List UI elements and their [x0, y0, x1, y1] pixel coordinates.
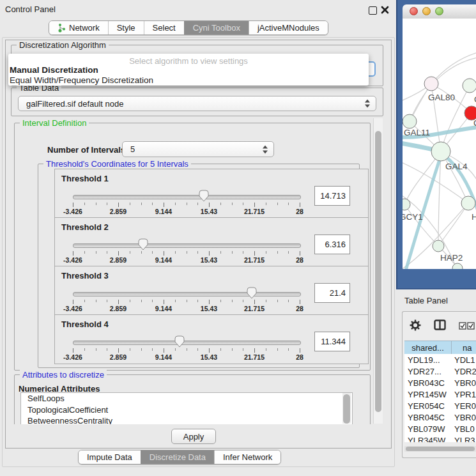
- combo-updown-icon: [365, 100, 370, 108]
- attribute-list-item[interactable]: SelfLoops: [21, 393, 352, 404]
- network-node-label: C: [473, 118, 476, 128]
- tab-style[interactable]: Style: [108, 21, 144, 35]
- network-window-titlebar[interactable]: [403, 4, 476, 19]
- num-intervals-label: Number of Intervals: [47, 145, 125, 155]
- table-settings-gear-icon[interactable]: [410, 319, 421, 331]
- discretization-algorithm-group-title: Discretization Algorithm: [17, 40, 109, 50]
- network-node[interactable]: [424, 77, 438, 91]
- threshold-4-value[interactable]: 11.344: [314, 332, 350, 351]
- column-header-name[interactable]: na: [452, 341, 476, 354]
- tab-impute-data[interactable]: Impute Data: [79, 450, 141, 464]
- table-row[interactable]: YDL19...YDL1: [404, 354, 476, 365]
- table-data-group: Table Data galFiltered.sif default node: [11, 88, 383, 116]
- tab-discretize-data[interactable]: Discretize Data: [141, 450, 214, 464]
- table-row[interactable]: YER054CYER0: [404, 400, 476, 411]
- tab-jactivemnodules[interactable]: jActiveMNodules: [249, 21, 328, 35]
- attribute-list-item[interactable]: BetweennessCentrality: [21, 415, 352, 424]
- apply-button[interactable]: Apply: [171, 429, 216, 444]
- table-row[interactable]: YBR045CYBR0: [404, 411, 476, 423]
- tab-infer-network[interactable]: Infer Network: [214, 450, 280, 464]
- attribute-list-item[interactable]: TopologicalCoefficient: [21, 404, 352, 416]
- table-row[interactable]: YBL079WYBL0: [404, 423, 476, 434]
- table-row[interactable]: YBR043CYBR0: [404, 377, 476, 388]
- network-node[interactable]: [431, 142, 450, 161]
- algorithm-hint-option[interactable]: Select algorithm to view settings: [8, 56, 369, 66]
- table-row[interactable]: YLR345WYLR3: [404, 434, 476, 442]
- settings-vertical-scrollbar[interactable]: [373, 118, 383, 424]
- table-header-row: shared... na: [404, 341, 476, 355]
- tab-network[interactable]: Network: [49, 21, 108, 35]
- table-panel: shared... na YDL19...YDL1YDR27...YDR2YBR…: [402, 311, 476, 458]
- table-horizontal-scrollbar[interactable]: [404, 446, 476, 452]
- close-icon[interactable]: [381, 6, 389, 14]
- network-node-label: HAP2: [440, 253, 463, 263]
- control-panel-window: Control Panel Network Style Select Cyni …: [0, 0, 476, 476]
- threshold-3-panel: Threshold 3 -3.4262.8599.14415.4321.7152…: [54, 266, 369, 316]
- network-node-label: GAL4: [445, 162, 468, 171]
- close-traffic-light-icon[interactable]: [410, 7, 418, 15]
- network-node-label: GAL80: [428, 93, 455, 102]
- threshold-3-value[interactable]: 21.4: [314, 283, 350, 303]
- minimize-traffic-light-icon[interactable]: [422, 7, 431, 15]
- network-node-label: GCY1: [403, 212, 423, 222]
- attributes-group-title: Attributes to discretize: [20, 370, 107, 380]
- column-header-shared-name[interactable]: shared...: [404, 341, 452, 354]
- network-edge[interactable]: [404, 204, 438, 246]
- table-row[interactable]: YPR145WYPR1: [404, 388, 476, 400]
- network-node[interactable]: [452, 263, 463, 269]
- split-columns-icon[interactable]: [434, 319, 446, 330]
- threshold-4-panel: Threshold 4 -3.4262.8599.14415.4321.7152…: [54, 314, 369, 364]
- select-columns-checkboxes-icon[interactable]: [459, 322, 475, 330]
- algorithm-option-equal-width[interactable]: Equal Width/Frequency Discretization: [10, 75, 153, 85]
- threshold-2-panel: Threshold 2 -3.4262.8599.14415.4321.7152…: [54, 217, 369, 267]
- num-intervals-spinner[interactable]: 5: [122, 141, 274, 157]
- network-node[interactable]: [463, 79, 476, 93]
- network-node[interactable]: [403, 114, 417, 128]
- network-icon: [58, 23, 66, 33]
- thresholds-group-title: Threshold's Coordinates for 5 Intervals: [43, 159, 191, 169]
- algorithm-dropdown-popup: Select algorithm to view settings Manual…: [8, 54, 369, 86]
- top-tab-bar: Network Style Select Cyni Toolbox jActiv…: [49, 20, 328, 35]
- table-panel-title: Table Panel: [396, 289, 476, 311]
- network-view[interactable]: GAL80GACGAL11GAL4GCY1HHAP2: [403, 19, 476, 269]
- threshold-1-value[interactable]: 14.713: [314, 186, 350, 206]
- network-node-label: GAL11: [404, 128, 430, 137]
- algorithm-option-manual[interactable]: Manual Discretization: [10, 65, 98, 75]
- network-node[interactable]: [433, 240, 444, 252]
- threshold-2-slider-thumb[interactable]: [138, 238, 148, 250]
- interval-definition-group-title: Interval Definition: [20, 118, 89, 128]
- window-title: Control Panel: [5, 4, 56, 14]
- table-body[interactable]: YDL19...YDL1YDR27...YDR2YBR043CYBR0YPR14…: [404, 354, 476, 442]
- tab-select[interactable]: Select: [144, 21, 184, 35]
- bottom-tab-bar: Impute Data Discretize Data Infer Networ…: [78, 450, 281, 464]
- attributes-list-scrollbar[interactable]: [342, 393, 351, 424]
- table-row[interactable]: YDR27...YDR2: [404, 365, 476, 377]
- table-data-combobox[interactable]: galFiltered.sif default node: [18, 96, 376, 111]
- network-node[interactable]: [461, 196, 475, 210]
- threshold-3-slider-thumb[interactable]: [247, 287, 257, 299]
- threshold-2-value[interactable]: 6.316: [314, 234, 350, 254]
- threshold-1-slider-thumb[interactable]: [199, 190, 209, 202]
- numerical-attributes-list[interactable]: SelfLoopsTopologicalCoefficientBetweenne…: [20, 392, 353, 424]
- network-node-label: H: [472, 212, 476, 222]
- tab-cyni-toolbox[interactable]: Cyni Toolbox: [184, 21, 249, 35]
- interval-definition-group: Interval Definition Number of Intervals …: [14, 123, 371, 371]
- threshold-4-slider-thumb[interactable]: [174, 335, 185, 348]
- zoom-traffic-light-icon[interactable]: [435, 7, 443, 15]
- network-edge[interactable]: [438, 203, 468, 246]
- settings-scroll-area: Interval Definition Number of Intervals …: [11, 118, 382, 424]
- float-window-icon[interactable]: [369, 6, 377, 15]
- threshold-1-panel: Threshold 1 -3.4262.8599.14415.4321.7152…: [54, 169, 369, 219]
- spinner-updown-icon: [263, 145, 268, 153]
